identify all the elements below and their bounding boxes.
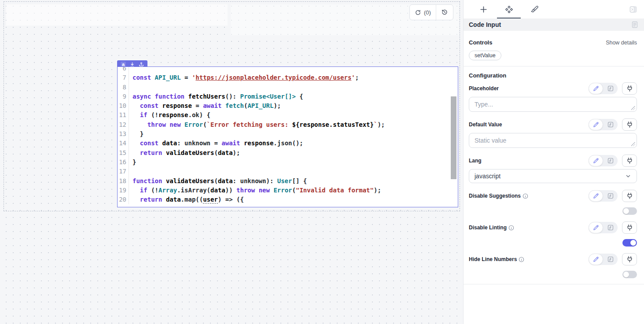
code-line[interactable]: 20 return data.map((user) => ({ bbox=[118, 195, 458, 204]
tab-add-widget[interactable] bbox=[471, 0, 496, 18]
code-line[interactable]: 11 if (!response.ok) { bbox=[118, 110, 458, 120]
code-line[interactable]: 19 if (!Array.isArray(data)) throw new E… bbox=[118, 186, 458, 195]
collapse-panel-button[interactable] bbox=[629, 6, 637, 13]
fx-icon[interactable] bbox=[603, 83, 618, 94]
code-editor[interactable]: 67const API_URL = 'https://jsonplacehold… bbox=[118, 67, 458, 207]
default-value-input[interactable]: Static value bbox=[469, 133, 637, 148]
widget-name: Code Input bbox=[469, 21, 632, 28]
widgets-icon bbox=[505, 5, 513, 14]
tab-style[interactable] bbox=[522, 0, 547, 18]
line-number: 18 bbox=[118, 177, 129, 186]
property-label: Disable Suggestions bbox=[469, 193, 589, 199]
chevron-down-icon bbox=[625, 173, 631, 179]
resize-grip-icon[interactable] bbox=[631, 142, 635, 146]
line-number: 16 bbox=[118, 158, 129, 167]
plug-icon[interactable] bbox=[622, 118, 637, 131]
line-number: 19 bbox=[118, 186, 129, 195]
property-default-value: Default ValueStatic value bbox=[469, 118, 637, 148]
notes-icon[interactable] bbox=[632, 21, 638, 28]
pencil-icon[interactable] bbox=[589, 83, 603, 94]
code-line[interactable]: 7const API_URL = 'https://jsonplaceholde… bbox=[118, 73, 458, 82]
property-disable-suggestions: Disable Suggestions bbox=[469, 190, 637, 215]
refresh-button[interactable]: (0) bbox=[410, 5, 436, 20]
plus-icon bbox=[479, 5, 488, 14]
info-icon[interactable] bbox=[523, 193, 528, 199]
value-mode-segmented-control bbox=[589, 155, 618, 166]
code-text: const response = await fetch(API_URL); bbox=[132, 101, 281, 110]
property-label: Hide Line Numbers bbox=[469, 256, 589, 262]
pencil-icon[interactable] bbox=[589, 254, 603, 265]
code-text: if (!response.ok) { bbox=[132, 110, 210, 120]
code-line[interactable]: 9async function fetchUsers(): Promise<Us… bbox=[118, 92, 458, 101]
code-input-widget[interactable]: 67const API_URL = 'https://jsonplacehold… bbox=[117, 66, 458, 207]
code-text: } bbox=[132, 129, 144, 139]
value-mode-segmented-control bbox=[589, 254, 618, 265]
canvas-action-group: (0) bbox=[409, 4, 453, 20]
fx-icon[interactable] bbox=[603, 254, 618, 265]
fx-icon[interactable] bbox=[603, 155, 618, 166]
method-pill-setvalue[interactable]: setValue bbox=[469, 51, 501, 60]
code-text: return validateUsers(data); bbox=[132, 148, 240, 158]
code-text: const API_URL = 'https://jsonplaceholder… bbox=[132, 73, 359, 82]
code-line[interactable]: 10 const response = await fetch(API_URL)… bbox=[118, 101, 458, 110]
info-icon[interactable] bbox=[519, 257, 524, 262]
history-button[interactable] bbox=[436, 5, 453, 20]
plug-icon[interactable] bbox=[622, 82, 637, 95]
code-line[interactable]: 17 bbox=[118, 167, 458, 176]
code-content: 67const API_URL = 'https://jsonplacehold… bbox=[118, 67, 458, 204]
section-divider bbox=[464, 284, 644, 284]
plug-icon[interactable] bbox=[622, 155, 637, 167]
pencil-icon[interactable] bbox=[589, 155, 603, 166]
pencil-icon[interactable] bbox=[589, 119, 603, 130]
code-text: async function fetchUsers(): Promise<Use… bbox=[132, 92, 303, 101]
pencil-icon[interactable] bbox=[589, 222, 603, 233]
disable-linting-toggle[interactable] bbox=[622, 239, 637, 247]
controls-section-title: Controls bbox=[469, 39, 606, 46]
fx-icon[interactable] bbox=[603, 222, 618, 233]
line-number: 15 bbox=[118, 148, 129, 158]
tab-widget-properties[interactable] bbox=[496, 0, 522, 18]
code-line[interactable]: 14 const data: unknown = await response.… bbox=[118, 139, 458, 148]
plug-icon[interactable] bbox=[622, 221, 637, 234]
code-text: function validateUsers(data: unknown): U… bbox=[132, 177, 307, 186]
hide-line-numbers-toggle[interactable] bbox=[622, 271, 637, 278]
value-mode-segmented-control bbox=[589, 119, 618, 130]
brush-icon bbox=[530, 5, 539, 14]
code-line[interactable]: 15 return validateUsers(data); bbox=[118, 148, 458, 158]
plug-icon[interactable] bbox=[622, 190, 637, 202]
canvas[interactable]: (0) a 67const API_URL = 'https://jsonpla… bbox=[0, 0, 464, 324]
resize-grip-icon[interactable] bbox=[631, 106, 635, 110]
disable-suggestions-toggle[interactable] bbox=[622, 207, 637, 215]
ghost-widget-block bbox=[6, 4, 228, 26]
placeholder-input[interactable]: Type... bbox=[469, 97, 637, 112]
code-editor-scrollbar[interactable] bbox=[451, 96, 456, 179]
code-line[interactable]: 16} bbox=[118, 158, 458, 167]
widget-name-header[interactable]: Code Input bbox=[464, 18, 644, 31]
code-text: throw new Error(`Error fetching users: $… bbox=[132, 120, 385, 129]
code-line[interactable]: 13 } bbox=[118, 129, 458, 139]
fx-icon[interactable] bbox=[603, 190, 618, 202]
property-label: Lang bbox=[469, 158, 589, 164]
show-details-link[interactable]: Show details bbox=[606, 40, 637, 46]
code-text: if (!Array.isArray(data)) throw new Erro… bbox=[132, 186, 381, 195]
line-number: 17 bbox=[118, 167, 129, 176]
fx-icon[interactable] bbox=[603, 119, 618, 130]
value-mode-segmented-control bbox=[589, 83, 618, 94]
configuration-section-title: Configuration bbox=[469, 72, 637, 79]
property-panel: Code Input Controls Show details setValu… bbox=[464, 0, 644, 324]
code-line[interactable]: 6 bbox=[118, 67, 458, 73]
property-disable-linting: Disable Linting bbox=[469, 221, 637, 247]
plug-icon[interactable] bbox=[622, 253, 637, 265]
code-line[interactable]: 8 bbox=[118, 83, 458, 92]
refresh-count: (0) bbox=[424, 9, 431, 16]
property-label: Placeholder bbox=[469, 85, 589, 92]
value-mode-segmented-control bbox=[589, 190, 618, 202]
info-icon[interactable] bbox=[508, 225, 514, 231]
line-number: 8 bbox=[118, 83, 129, 92]
pencil-icon[interactable] bbox=[589, 190, 603, 202]
code-line[interactable]: 12 throw new Error(`Error fetching users… bbox=[118, 120, 458, 129]
lang-select[interactable]: javascript bbox=[469, 169, 637, 183]
history-icon bbox=[441, 9, 448, 16]
configuration-properties: PlaceholderType...Default ValueStatic va… bbox=[469, 82, 637, 278]
code-line[interactable]: 18function validateUsers(data: unknown):… bbox=[118, 177, 458, 186]
